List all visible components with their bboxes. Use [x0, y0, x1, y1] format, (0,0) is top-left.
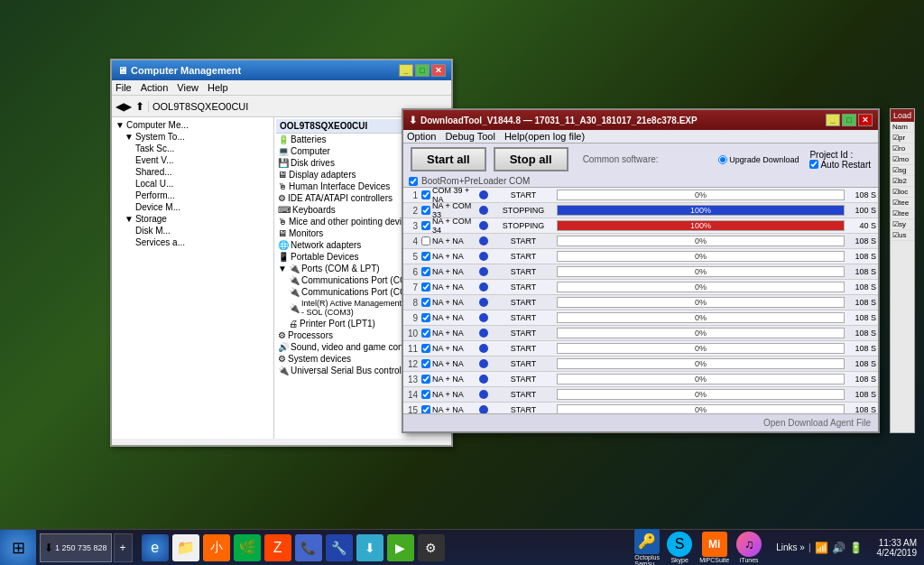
cm-maximize-button[interactable]: □ [415, 64, 430, 77]
shortcut-tool[interactable]: 🔧 [326, 534, 353, 561]
row-port-check[interactable]: NA + NA [421, 236, 476, 245]
stop-all-button[interactable]: Stop all [494, 147, 568, 171]
start-all-button[interactable]: Start all [411, 147, 486, 171]
tree-item-shared[interactable]: Shared... [114, 166, 272, 178]
dt-maximize-button[interactable]: □ [842, 114, 856, 126]
taskbar-item-download-tool[interactable]: ⬇ 1 250 735 828 [40, 533, 112, 562]
cm-menu-view[interactable]: View [177, 82, 199, 93]
dt-options: Upgrade Download Project Id : Auto Resta… [718, 150, 871, 170]
dt-row[interactable]: 7 NA + NA START 0% 108 S [403, 280, 878, 295]
shortcut-mi[interactable]: 小 [203, 534, 230, 561]
itunes-label: iTunes [740, 557, 759, 563]
dt-menu-option[interactable]: Option [407, 131, 436, 142]
tree-item-label: Disk M... [135, 226, 171, 236]
start-button[interactable]: ⊞ [0, 530, 36, 566]
tree-item-storage[interactable]: ▼ Storage [114, 213, 272, 225]
shortcut-dark[interactable]: ⚙ [418, 534, 445, 561]
shortcut-red[interactable]: Z [264, 534, 291, 561]
tree-item-services[interactable]: Services a... [114, 236, 272, 248]
tree-item-computer-mgmt[interactable]: ▼ Computer Me... [114, 119, 272, 131]
row-time: 108 S [846, 375, 878, 384]
cm-back-icon[interactable]: ◀ [116, 100, 124, 113]
row-status: START [492, 236, 555, 245]
shortcut-ie[interactable]: e [142, 534, 169, 561]
tree-item-label: Device M... [135, 202, 180, 212]
row-num: 12 [403, 359, 421, 369]
dt-row[interactable]: 14 NA + NA START 0% 108 S [403, 387, 878, 403]
shortcut-download[interactable]: ⬇ [356, 534, 383, 561]
cm-forward-icon[interactable]: ▶ [124, 100, 132, 113]
row-port-label: NA + NA [432, 329, 464, 338]
tree-item-local-users[interactable]: Local U... [114, 178, 272, 190]
row-num: 11 [403, 344, 421, 354]
row-port-label: NA + NA [432, 390, 464, 399]
dt-row[interactable]: 5 NA + NA START 0% 108 S [403, 249, 878, 264]
row-port-check[interactable]: NA + NA [421, 344, 476, 353]
row-status: START [492, 267, 555, 276]
dt-row[interactable]: 10 NA + NA START 0% 108 S [403, 326, 878, 341]
taskbar-item-new[interactable]: + [114, 533, 133, 562]
cm-menu-file[interactable]: File [116, 82, 132, 93]
row-port-check[interactable]: NA + NA [421, 267, 476, 276]
bootrom-select-all[interactable] [409, 177, 418, 186]
cm-minimize-button[interactable]: _ [399, 64, 413, 77]
row-num: 10 [403, 329, 421, 338]
row-status: START [492, 375, 555, 384]
row-progress-bar: 0% [557, 312, 845, 323]
auto-restart-option[interactable]: Auto Restart [809, 160, 871, 170]
tree-item-disk-mgmt[interactable]: Disk M... [114, 225, 272, 236]
dt-row[interactable]: 12 NA + NA START 0% 108 S [403, 357, 878, 372]
dt-minimize-button[interactable]: _ [826, 114, 840, 126]
dt-row[interactable]: 6 NA + NA START 0% 108 S [403, 264, 878, 280]
dt-menu-help[interactable]: Help(open log file) [504, 131, 585, 142]
row-num: 3 [403, 221, 421, 231]
dt-row[interactable]: 13 NA + NA START 0% 108 S [403, 372, 878, 387]
row-port-check[interactable]: NA + NA [421, 313, 476, 322]
dt-row[interactable]: 4 NA + NA START 0% 108 S [403, 234, 878, 249]
tray-icon-sound: 🔊 [832, 542, 845, 554]
shortcut-blue[interactable]: 📞 [295, 534, 322, 561]
upgrade-download-option[interactable]: Upgrade Download [718, 155, 799, 164]
dt-row[interactable]: 9 NA + NA START 0% 108 S [403, 310, 878, 326]
tree-item-label: Shared... [135, 167, 172, 177]
shortcut-green[interactable]: 🌿 [234, 534, 261, 561]
dt-menu-debug[interactable]: Debug Tool [445, 131, 494, 142]
taskbar-octoplus[interactable]: 🔑 OctoplusSamsu... [634, 529, 660, 566]
row-progress-bar: 0% [557, 358, 845, 369]
row-port-check[interactable]: NA + COM 34 [421, 217, 476, 235]
row-num: 15 [403, 405, 421, 414]
dt-row[interactable]: 15 NA + NA START 0% 108 S [403, 403, 878, 413]
tree-item-performance[interactable]: Perform... [114, 190, 272, 201]
taskbar-skype[interactable]: S Skype [667, 532, 692, 563]
dt-row[interactable]: 3 NA + COM 34 STOPPING 100% 40 S [403, 218, 878, 234]
tree-item-event-viewer[interactable]: Event V... [114, 154, 272, 166]
shortcut-green2[interactable]: ▶ [387, 534, 414, 561]
tree-item-label: Storage [135, 214, 167, 224]
cm-up-icon[interactable]: ⬆ [135, 100, 144, 113]
cm-close-button[interactable]: ✕ [431, 64, 446, 77]
row-port-check[interactable]: NA + NA [421, 282, 476, 292]
row-port-check[interactable]: NA + NA [421, 252, 476, 261]
taskbar-itunes[interactable]: ♫ iTunes [736, 532, 762, 563]
dt-row[interactable]: 8 NA + NA START 0% 108 S [403, 295, 878, 310]
tree-item-task-scheduler[interactable]: Task Sc... [114, 143, 272, 154]
row-port-label: NA + NA [432, 267, 464, 276]
row-port-check[interactable]: NA + NA [421, 375, 476, 384]
cm-menu-action[interactable]: Action [141, 82, 169, 93]
dt-row[interactable]: 11 NA + NA START 0% 108 S [403, 341, 878, 357]
auto-restart-label: Auto Restart [820, 160, 871, 170]
tree-item-label: Local U... [135, 179, 173, 189]
tree-item-device-mgr[interactable]: Device M... [114, 201, 272, 213]
row-port-check[interactable]: NA + NA [421, 329, 476, 338]
row-port-check[interactable]: NA + NA [421, 390, 476, 399]
row-port-check[interactable]: NA + NA [421, 298, 476, 307]
cm-menu-help[interactable]: Help [208, 82, 228, 93]
row-port-check[interactable]: NA + NA [421, 405, 476, 413]
row-progress-bar: 0% [557, 251, 845, 262]
row-port-label: NA + NA [432, 252, 464, 261]
dt-close-button[interactable]: ✕ [858, 114, 873, 126]
shortcut-folder[interactable]: 📁 [172, 534, 199, 561]
taskbar-mipc[interactable]: Mi MiPCSuite [699, 532, 729, 563]
tree-item-system-tools[interactable]: ▼ System To... [114, 131, 272, 143]
row-port-check[interactable]: NA + NA [421, 359, 476, 368]
